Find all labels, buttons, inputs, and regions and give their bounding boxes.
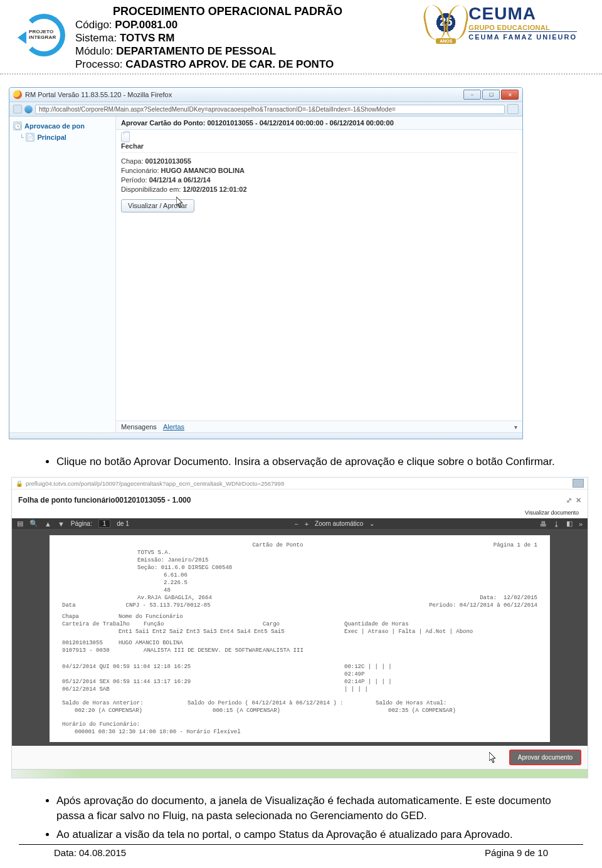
- report-page-number: Página 1 de 1: [494, 541, 537, 549]
- visualizar-documento-label: Visualizar documento: [12, 508, 588, 518]
- window-title: RM Portal Versão 11.83.55.120 - Mozilla …: [25, 91, 172, 98]
- report-cc3: 48: [164, 587, 537, 594]
- fluig-url-right-icon[interactable]: [573, 479, 584, 488]
- saldo-per: 000:15 (A COMPENSAR): [187, 707, 376, 714]
- zoom-select[interactable]: Zoom automático: [315, 520, 363, 527]
- body-bullets-1: Clique no botão Aprovar Documento. Insir…: [56, 454, 564, 469]
- report-endereco: Av.RAJA GABAGLIA, 2664: [137, 594, 480, 602]
- pdf-page: Cartão de Ponto Página 1 de 1 TOTVS S.A.…: [50, 535, 550, 742]
- val-chapa: 001201013055: [62, 639, 119, 647]
- page-up-icon[interactable]: ▲: [45, 520, 51, 528]
- report-data: 12/02/2015: [504, 595, 537, 601]
- download-icon[interactable]: ⭳: [553, 520, 560, 528]
- report-secao: Seção: 011.6.0 DIRSEG C00548: [137, 564, 537, 572]
- anniversary-badge: 25 ANOS: [428, 5, 463, 40]
- dropdown-caret-icon[interactable]: ▾: [514, 424, 517, 431]
- tab-alertas[interactable]: Alertas: [163, 423, 184, 431]
- record-info-block: Chapa: 001201013055 Funcionário: HUGO AM…: [121, 153, 517, 219]
- report-periodo-label: Periodo:: [429, 602, 456, 609]
- page-down-icon[interactable]: ▼: [58, 520, 65, 528]
- badge-anos: ANOS: [436, 38, 456, 44]
- funcionario-value: HUGO AMANCIO BOLINA: [161, 167, 245, 174]
- window-close-button[interactable]: ✕: [501, 90, 519, 100]
- col-cargo: Cargo: [263, 620, 344, 628]
- row2-values-a: 02:49P: [344, 671, 364, 678]
- window-maximize-button[interactable]: ☐: [482, 90, 500, 100]
- codigo-value: POP.0081.00: [115, 19, 177, 31]
- nav-item-aprovacao[interactable]: Aprovacao de pon: [12, 120, 113, 132]
- lock-icon: [121, 132, 130, 142]
- window-resize-grip[interactable]: [9, 432, 522, 439]
- report-cc1: 6.61.06: [164, 572, 537, 579]
- footer-data-label: Data:: [54, 847, 77, 858]
- tab-list-icon[interactable]: [13, 105, 22, 113]
- report-cc2: 2.226.5: [164, 579, 537, 587]
- sidebar-toggle-icon[interactable]: ▤: [17, 520, 23, 528]
- firefox-icon: [13, 90, 22, 99]
- val-funcao: ANALISTA III DE DESENV. DE SOFTWARE: [144, 647, 263, 654]
- zoom-caret-icon[interactable]: ⌄: [369, 520, 374, 527]
- col-chapa: Chapa: [62, 613, 119, 620]
- browser-address-bar: http://localhost/CorporeRM/Main.aspx?Sel…: [9, 102, 522, 117]
- expand-icon[interactable]: ⤢: [566, 496, 572, 505]
- page-footer: Data: 04.08.2015 Página 9 de 10: [19, 844, 583, 858]
- ceuma-mid: GRUPO EDUCACIONAL: [468, 24, 577, 31]
- body-bullets-2: Após aprovação do documento, a janela de…: [56, 793, 564, 842]
- nav-item-principal[interactable]: └ Principal: [18, 132, 113, 143]
- search-icon[interactable]: 🔍: [29, 520, 38, 528]
- processo-label: Processo:: [75, 58, 123, 70]
- mouse-cursor-icon: [489, 752, 497, 763]
- sistema-value: TOTVS RM: [120, 32, 175, 44]
- col-nome: Nome do Funcionário: [119, 613, 537, 620]
- modulo-label: Módulo:: [75, 45, 113, 57]
- window-titlebar: RM Portal Versão 11.83.55.120 - Mozilla …: [9, 88, 522, 102]
- horario-value: 000001 08:30 12:30 14:00 18:00 - Horário…: [75, 728, 537, 736]
- portal-left-nav: Aprovacao de pon └ Principal: [9, 117, 116, 432]
- window-minimize-button[interactable]: －: [463, 90, 481, 100]
- addressbar-right-icon[interactable]: [507, 104, 519, 114]
- print-icon[interactable]: 🖶: [540, 520, 547, 528]
- site-identity-icon[interactable]: [24, 105, 33, 113]
- report-emissao: Emissão: Janeiro/2015: [137, 557, 537, 564]
- fechar-label: Fechar: [121, 142, 144, 150]
- fluig-doc-title: Folha de ponto funcionário001201013055 -…: [18, 496, 191, 505]
- tools-more-icon[interactable]: »: [579, 520, 583, 528]
- val-cargo: ANALISTA III: [263, 647, 304, 654]
- nav-link-principal[interactable]: Principal: [37, 133, 66, 141]
- footer-page: Página 9 de 10: [485, 847, 548, 858]
- fluig-bottom-bar: Aprovar documento: [12, 746, 588, 769]
- zoom-out-button[interactable]: −: [294, 520, 298, 528]
- tab-mensagens[interactable]: Mensagens: [121, 423, 157, 431]
- logo-line1: PROJETO: [29, 29, 54, 34]
- bullet-aprovar-documento: Clique no botão Aprovar Documento. Insir…: [56, 454, 564, 469]
- tree-connector-icon: └: [19, 134, 23, 140]
- bookmark-icon[interactable]: ◧: [566, 520, 573, 528]
- pagina-label: Página:: [71, 520, 92, 527]
- fluig-url: prefluig04.totvs.com/portal/p/10097/page…: [26, 480, 284, 487]
- header-text-block: PROCEDIMENTO OPERACIONAL PADRÃO Código: …: [75, 4, 342, 71]
- document-header: PROJETO INTEGRAR PROCEDIMENTO OPERACIONA…: [0, 0, 602, 75]
- portal-main-pane: Aprovar Cartão do Ponto: 001201013055 - …: [116, 117, 522, 432]
- report-empresa: TOTVS S.A.: [137, 549, 537, 557]
- col-ct: Carteira de Trabalho: [62, 620, 144, 628]
- periodo-value: 04/12/14 a 06/12/14: [149, 176, 211, 184]
- pdf-toolbar: ▤ 🔍 ▲ ▼ Página: 1 de 1 − + Zoom automáti…: [12, 518, 588, 529]
- row2: 05/12/2014 SEX 06:59 11:44 13:17 16:29: [62, 678, 344, 686]
- url-field[interactable]: http://localhost/CorporeRM/Main.aspx?Sel…: [35, 105, 505, 114]
- badge-number: 25: [440, 16, 452, 29]
- close-icon[interactable]: ✕: [576, 496, 581, 505]
- fechar-button[interactable]: Fechar: [121, 130, 517, 153]
- report-periodo: 04/12/2014 à 06/12/2014: [460, 602, 537, 609]
- bullet-status-update: Ao atualizar a visão da tela no portal, …: [56, 827, 564, 842]
- saldo-atu-label: Saldo de Horas Atual:: [376, 699, 446, 707]
- val-nome: HUGO AMANCIO BOLINA: [119, 639, 537, 647]
- aprovar-documento-button[interactable]: Aprovar documento: [509, 750, 581, 765]
- current-page-field[interactable]: 1: [98, 520, 111, 528]
- report-cnpj: CNPJ - 53.113.791/0012-85: [126, 602, 211, 609]
- footer-data: 04.08.2015: [79, 847, 126, 858]
- zoom-in-button[interactable]: +: [305, 520, 309, 528]
- report-title: Cartão de Ponto: [252, 542, 303, 548]
- disponibilizado-label: Disponibilizado em:: [121, 186, 181, 193]
- fluig-url-bar: 🔒 prefluig04.totvs.com/portal/p/10097/pa…: [12, 478, 588, 489]
- nav-link-aprovacao[interactable]: Aprovacao de pon: [24, 122, 85, 130]
